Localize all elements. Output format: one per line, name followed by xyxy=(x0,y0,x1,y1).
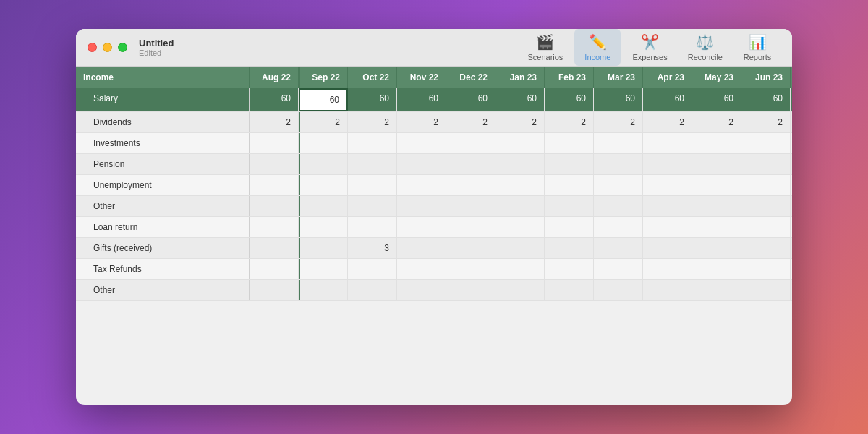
cell-pension-aug22[interactable] xyxy=(250,154,299,174)
cell-loanreturn-sep22[interactable] xyxy=(299,217,348,237)
cell-salary-aug22[interactable]: 60 xyxy=(250,88,299,111)
cell-other2-may23[interactable] xyxy=(692,280,741,300)
table-row[interactable]: Loan return xyxy=(76,217,792,238)
cell-other1-oct22[interactable] xyxy=(348,196,397,216)
cell-dividends-apr23[interactable]: 2 xyxy=(643,112,692,132)
cell-pension-feb23[interactable] xyxy=(545,154,594,174)
toolbar-scenarios[interactable]: 🎬 Scenarios xyxy=(519,29,571,66)
cell-loanreturn-dec22[interactable] xyxy=(446,217,495,237)
cell-salary-jun23[interactable]: 60 xyxy=(741,88,791,111)
cell-gifts-jun23[interactable] xyxy=(741,238,791,258)
cell-taxrefunds-jan23[interactable] xyxy=(495,259,545,279)
cell-unemployment-jul2[interactable] xyxy=(791,175,792,195)
cell-unemployment-jun23[interactable] xyxy=(741,175,791,195)
cell-pension-jun23[interactable] xyxy=(741,154,791,174)
table-row[interactable]: Investments xyxy=(76,133,792,154)
cell-investments-jul2[interactable] xyxy=(791,133,792,153)
cell-other1-may23[interactable] xyxy=(692,196,741,216)
cell-taxrefunds-apr23[interactable] xyxy=(643,259,692,279)
cell-taxrefunds-feb23[interactable] xyxy=(545,259,594,279)
cell-pension-nov22[interactable] xyxy=(397,154,446,174)
cell-gifts-may23[interactable] xyxy=(692,238,741,258)
cell-loanreturn-mar23[interactable] xyxy=(594,217,643,237)
table-row[interactable]: Dividends 2 2 2 2 2 2 2 2 2 2 2 xyxy=(76,112,792,133)
cell-taxrefunds-jul2[interactable] xyxy=(791,259,792,279)
cell-dividends-may23[interactable]: 2 xyxy=(692,112,741,132)
cell-unemployment-dec22[interactable] xyxy=(446,175,495,195)
cell-other1-aug22[interactable] xyxy=(250,196,299,216)
table-row[interactable]: Unemployment xyxy=(76,175,792,196)
cell-salary-apr23[interactable]: 60 xyxy=(643,88,692,111)
cell-pension-apr23[interactable] xyxy=(643,154,692,174)
cell-unemployment-mar23[interactable] xyxy=(594,175,643,195)
cell-salary-feb23[interactable]: 60 xyxy=(545,88,594,111)
cell-other2-mar23[interactable] xyxy=(594,280,643,300)
cell-unemployment-feb23[interactable] xyxy=(545,175,594,195)
cell-other1-dec22[interactable] xyxy=(446,196,495,216)
table-row[interactable]: Salary 60 60 60 60 60 60 60 60 60 60 60 … xyxy=(76,88,792,112)
cell-other1-jan23[interactable] xyxy=(495,196,545,216)
cell-taxrefunds-mar23[interactable] xyxy=(594,259,643,279)
cell-investments-jan23[interactable] xyxy=(495,133,545,153)
cell-taxrefunds-aug22[interactable] xyxy=(250,259,299,279)
cell-investments-feb23[interactable] xyxy=(545,133,594,153)
cell-loanreturn-jul2[interactable] xyxy=(791,217,792,237)
cell-investments-jun23[interactable] xyxy=(741,133,791,153)
table-row[interactable]: Pension xyxy=(76,154,792,175)
cell-gifts-mar23[interactable] xyxy=(594,238,643,258)
cell-salary-dec22[interactable]: 60 xyxy=(446,88,495,111)
cell-pension-dec22[interactable] xyxy=(446,154,495,174)
cell-loanreturn-jan23[interactable] xyxy=(495,217,545,237)
cell-pension-may23[interactable] xyxy=(692,154,741,174)
cell-salary-jan23[interactable]: 60 xyxy=(495,88,545,111)
cell-unemployment-oct22[interactable] xyxy=(348,175,397,195)
cell-taxrefunds-oct22[interactable] xyxy=(348,259,397,279)
toolbar-income[interactable]: ✏️ Income xyxy=(574,29,621,66)
cell-other2-dec22[interactable] xyxy=(446,280,495,300)
cell-salary-oct22[interactable]: 60 xyxy=(348,88,397,111)
cell-other2-sep22[interactable] xyxy=(299,280,348,300)
cell-pension-sep22[interactable] xyxy=(299,154,348,174)
cell-pension-jan23[interactable] xyxy=(495,154,545,174)
table-row[interactable]: Gifts (received) 3 xyxy=(76,238,792,259)
cell-taxrefunds-dec22[interactable] xyxy=(446,259,495,279)
cell-loanreturn-apr23[interactable] xyxy=(643,217,692,237)
cell-salary-nov22[interactable]: 60 xyxy=(397,88,446,111)
cell-other1-feb23[interactable] xyxy=(545,196,594,216)
cell-dividends-dec22[interactable]: 2 xyxy=(446,112,495,132)
cell-gifts-apr23[interactable] xyxy=(643,238,692,258)
cell-pension-mar23[interactable] xyxy=(594,154,643,174)
cell-investments-mar23[interactable] xyxy=(594,133,643,153)
cell-dividends-jul2[interactable] xyxy=(791,112,792,132)
cell-loanreturn-jun23[interactable] xyxy=(741,217,791,237)
cell-investments-may23[interactable] xyxy=(692,133,741,153)
cell-pension-jul2[interactable] xyxy=(791,154,792,174)
cell-other1-jun23[interactable] xyxy=(741,196,791,216)
cell-pension-oct22[interactable] xyxy=(348,154,397,174)
cell-salary-may23[interactable]: 60 xyxy=(692,88,741,111)
cell-loanreturn-may23[interactable] xyxy=(692,217,741,237)
table-row[interactable]: Other xyxy=(76,280,792,301)
cell-other2-apr23[interactable] xyxy=(643,280,692,300)
cell-unemployment-jan23[interactable] xyxy=(495,175,545,195)
cell-other2-aug22[interactable] xyxy=(250,280,299,300)
cell-gifts-jul2[interactable] xyxy=(791,238,792,258)
cell-other2-nov22[interactable] xyxy=(397,280,446,300)
cell-gifts-nov22[interactable] xyxy=(397,238,446,258)
cell-gifts-oct22[interactable]: 3 xyxy=(348,238,397,258)
cell-dividends-jun23[interactable]: 2 xyxy=(741,112,791,132)
cell-other1-apr23[interactable] xyxy=(643,196,692,216)
cell-other2-jan23[interactable] xyxy=(495,280,545,300)
cell-investments-nov22[interactable] xyxy=(397,133,446,153)
cell-dividends-sep22[interactable]: 2 xyxy=(299,112,348,132)
cell-salary-jul2[interactable]: 6 xyxy=(791,88,792,111)
cell-investments-dec22[interactable] xyxy=(446,133,495,153)
cell-unemployment-aug22[interactable] xyxy=(250,175,299,195)
toolbar-reconcile[interactable]: ⚖️ Reconcile xyxy=(679,29,731,66)
cell-loanreturn-oct22[interactable] xyxy=(348,217,397,237)
toolbar-expenses[interactable]: ✂️ Expenses xyxy=(624,29,676,66)
cell-dividends-nov22[interactable]: 2 xyxy=(397,112,446,132)
cell-investments-apr23[interactable] xyxy=(643,133,692,153)
cell-other2-feb23[interactable] xyxy=(545,280,594,300)
maximize-button[interactable] xyxy=(118,43,127,52)
